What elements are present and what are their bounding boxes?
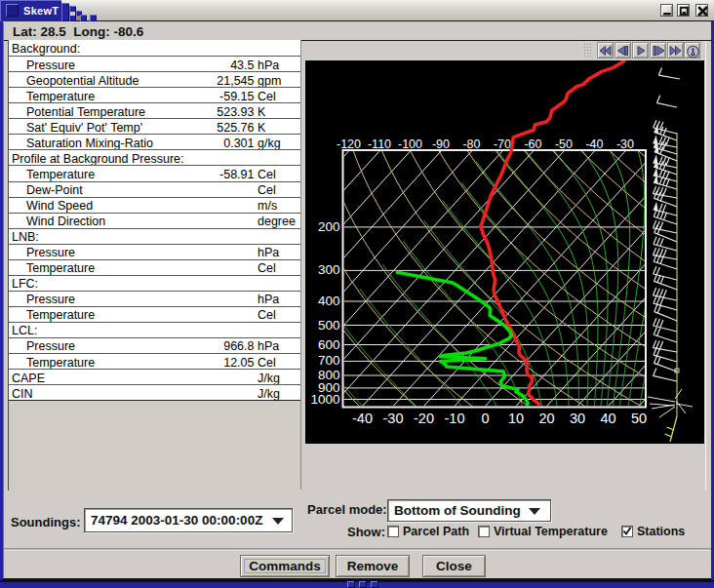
svg-text:-10: -10: [445, 411, 465, 426]
svg-text:-110: -110: [368, 137, 391, 151]
svg-text:600: 600: [318, 337, 340, 352]
svg-text:40: 40: [600, 411, 615, 426]
svg-text:0: 0: [481, 411, 489, 426]
svg-text:-80: -80: [462, 137, 480, 151]
svg-text:-90: -90: [432, 137, 450, 151]
svg-text:-70: -70: [494, 137, 511, 151]
svg-text:50: 50: [631, 411, 647, 426]
svg-text:1000: 1000: [310, 392, 339, 407]
svg-text:-40: -40: [352, 411, 373, 426]
svg-text:-40: -40: [585, 137, 603, 151]
svg-text:300: 300: [318, 262, 340, 277]
svg-text:-60: -60: [524, 137, 541, 151]
svg-text:700: 700: [318, 353, 340, 368]
svg-text:-30: -30: [616, 137, 634, 151]
svg-text:400: 400: [318, 294, 340, 308]
svg-text:20: 20: [538, 411, 554, 426]
svg-text:-30: -30: [383, 411, 404, 426]
svg-text:-50: -50: [555, 137, 573, 151]
svg-text:-20: -20: [414, 411, 434, 426]
svg-text:500: 500: [318, 318, 340, 333]
svg-text:-100: -100: [398, 137, 422, 151]
svg-text:-120: -120: [337, 137, 361, 151]
svg-text:10: 10: [508, 411, 524, 426]
svg-text:200: 200: [318, 219, 340, 234]
svg-text:30: 30: [570, 411, 585, 426]
